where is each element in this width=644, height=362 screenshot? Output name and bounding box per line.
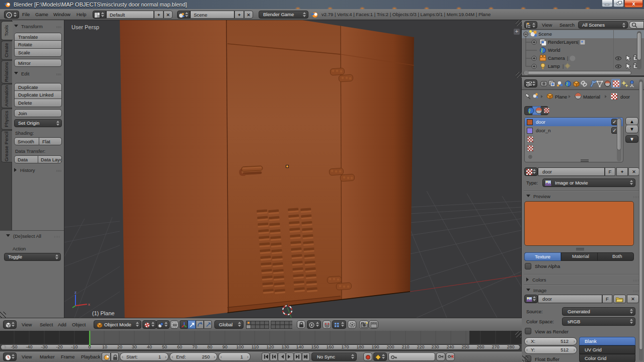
svg-text:z: z bbox=[74, 291, 76, 295]
svg-text:i: i bbox=[9, 13, 10, 18]
svg-text:x: x bbox=[88, 302, 90, 307]
